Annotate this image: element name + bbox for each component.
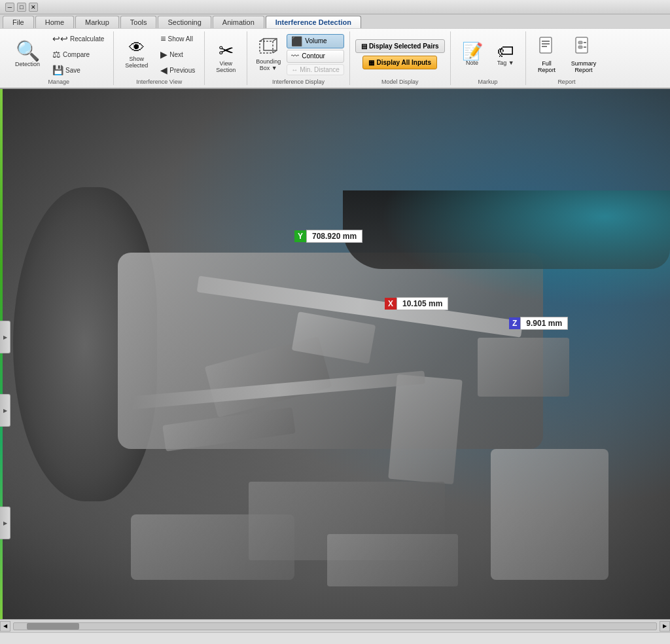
note-icon: 📝 — [462, 43, 483, 60]
show-all-icon: ≡ — [160, 33, 166, 44]
show-selected-button[interactable]: 👁 ShowSelected — [119, 37, 154, 71]
bounding-box-label: BoundingBox ▼ — [256, 58, 281, 71]
display-all-inputs-button[interactable]: ▦ Display All Inputs — [362, 56, 437, 69]
display-selected-pairs-label: Display Selected Pairs — [369, 43, 439, 50]
tab-animation[interactable]: Animation — [213, 16, 264, 28]
min-distance-button: ↔ Min. Distance — [287, 64, 344, 75]
summary-report-button[interactable]: SummaryReport — [565, 33, 603, 76]
save-button[interactable]: 💾 Save — [48, 63, 108, 77]
previous-icon: ◀ — [160, 65, 168, 75]
tab-markup[interactable]: Markup — [75, 16, 119, 28]
mech-part-8 — [131, 514, 294, 580]
scroll-right-button[interactable]: ▶ — [660, 621, 670, 632]
car-background — [0, 89, 670, 619]
compare-icon: ⚖ — [52, 49, 61, 60]
manage-group-content: 🔍 Detection ↩↩ Recalculate ⚖ Compare 💾 S… — [9, 31, 108, 77]
full-report-label: FullReport — [538, 60, 555, 73]
detection-icon: 🔍 — [16, 41, 40, 61]
report-group-content: FullReport SummaryReport — [531, 31, 603, 77]
min-distance-icon: ↔ — [291, 66, 298, 73]
recalculate-button[interactable]: ↩↩ Recalculate — [48, 31, 108, 46]
display-all-inputs-label: Display All Inputs — [376, 59, 431, 66]
side-tab-1[interactable]: ▶ — [0, 321, 10, 353]
title-bar: ─ □ ✕ — [0, 0, 670, 14]
report-group-label: Report — [557, 79, 575, 85]
ribbon-group-model-display: ▤ Display Selected Pairs ▦ Display All I… — [350, 31, 451, 85]
y-axis-tag: Y — [294, 230, 306, 242]
x-measurement: X 10.105 mm — [385, 297, 448, 310]
tab-tools[interactable]: Tools — [120, 16, 157, 28]
view-section-icon: ✂ — [219, 42, 234, 60]
manage-group-label: Manage — [48, 79, 69, 85]
svg-rect-9 — [576, 37, 588, 53]
save-icon: 💾 — [52, 65, 63, 75]
next-button[interactable]: ▶ Next — [156, 47, 199, 62]
interference-view-content: 👁 ShowSelected ≡ Show All ▶ Next ◀ Previ… — [119, 31, 199, 77]
compare-label: Compare — [63, 51, 90, 58]
ribbon: File Home Markup Tools Sectioning Animat… — [0, 14, 670, 89]
side-tab-2-arrow: ▶ — [3, 408, 7, 414]
horizontal-scrollbar[interactable] — [13, 622, 657, 630]
display-selected-pairs-button[interactable]: ▤ Display Selected Pairs — [355, 39, 445, 53]
contour-button[interactable]: 〰 Contour — [287, 50, 344, 63]
svg-rect-0 — [260, 41, 273, 53]
svg-rect-11 — [578, 46, 582, 48]
scrollbar-thumb[interactable] — [27, 623, 79, 630]
interference-view-label: Interference View — [136, 79, 182, 85]
tab-home[interactable]: Home — [35, 16, 74, 28]
show-all-button[interactable]: ≡ Show All — [156, 31, 199, 46]
tab-file[interactable]: File — [3, 16, 34, 28]
title-bar-controls[interactable]: ─ □ ✕ — [5, 3, 38, 12]
volume-label: Volume — [305, 37, 326, 45]
note-label: Note — [466, 60, 478, 66]
ribbon-group-view-section: ✂ ViewSection — [205, 31, 247, 85]
ribbon-group-manage: 🔍 Detection ↩↩ Recalculate ⚖ Compare 💾 S… — [4, 31, 114, 85]
show-selected-label: ShowSelected — [125, 56, 148, 69]
tab-sectioning[interactable]: Sectioning — [158, 16, 211, 28]
previous-button[interactable]: ◀ Previous — [156, 63, 199, 77]
summary-report-label: SummaryReport — [571, 60, 597, 73]
minimize-button[interactable]: ─ — [5, 3, 14, 12]
compare-button[interactable]: ⚖ Compare — [48, 47, 108, 62]
side-tab-2[interactable]: ▶ — [0, 394, 10, 427]
scroll-left-button[interactable]: ◀ — [0, 621, 10, 632]
note-button[interactable]: 📝 Note — [456, 40, 489, 69]
bottom-bar: ◀ ▶ — [0, 619, 670, 632]
recalculate-label: Recalculate — [70, 35, 104, 43]
display-all-inputs-icon: ▦ — [368, 59, 374, 66]
ribbon-group-markup: 📝 Note 🏷 Tag ▼ Markup — [451, 31, 526, 85]
full-report-button[interactable]: FullReport — [531, 33, 563, 76]
bounding-box-icon — [258, 37, 278, 58]
next-label: Next — [169, 51, 183, 58]
markup-group-content: 📝 Note 🏷 Tag ▼ — [456, 31, 520, 77]
y-value: 708.920 mm — [306, 230, 362, 243]
display-type-buttons: ⬛ Volume 〰 Contour ↔ Min. Distance — [287, 34, 344, 75]
status-bar — [0, 632, 670, 644]
tag-button[interactable]: 🏷 Tag ▼ — [491, 40, 520, 69]
bounding-box-button[interactable]: BoundingBox ▼ — [253, 35, 284, 73]
save-label: Save — [65, 67, 80, 74]
detection-label: Detection — [15, 61, 40, 67]
mech-part-4 — [388, 374, 463, 484]
side-tabs: ▶ ▶ ▶ — [0, 318, 10, 542]
ribbon-content: 🔍 Detection ↩↩ Recalculate ⚖ Compare 💾 S… — [0, 28, 670, 88]
maximize-button[interactable]: □ — [17, 3, 26, 12]
x-axis-tag: X — [385, 298, 397, 310]
close-button[interactable]: ✕ — [29, 3, 38, 12]
tab-interference-detection[interactable]: Interference Detection — [266, 16, 361, 28]
full-report-icon — [537, 36, 557, 60]
recalculate-icon: ↩↩ — [52, 33, 68, 44]
ribbon-group-interference-display: BoundingBox ▼ ⬛ Volume 〰 Contour ↔ Min. … — [247, 31, 350, 85]
next-icon: ▶ — [160, 49, 168, 60]
min-distance-label: Min. Distance — [300, 66, 340, 73]
view-section-label: ViewSection — [216, 60, 236, 73]
markup-group-label: Markup — [478, 79, 498, 85]
view-section-button[interactable]: ✂ ViewSection — [210, 39, 241, 76]
side-tab-3[interactable]: ▶ — [0, 507, 10, 539]
view-section-content: ✂ ViewSection — [210, 31, 241, 84]
svg-rect-5 — [540, 37, 552, 53]
volume-button[interactable]: ⬛ Volume — [287, 34, 344, 48]
tab-bar: File Home Markup Tools Sectioning Animat… — [0, 14, 670, 28]
mech-part-5 — [478, 338, 569, 397]
detection-button[interactable]: 🔍 Detection — [9, 39, 46, 70]
